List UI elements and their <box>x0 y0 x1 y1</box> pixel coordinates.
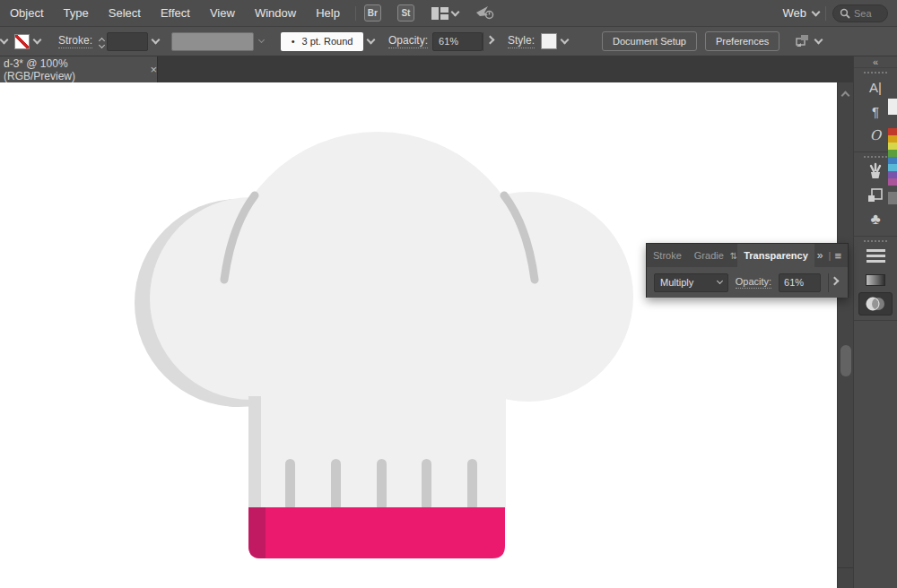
swatch-magenta[interactable] <box>888 178 897 186</box>
panel-opacity-input[interactable]: 61% <box>779 273 821 292</box>
stroke-weight-input[interactable] <box>107 32 148 51</box>
stroke-weight-label[interactable]: Stroke: <box>58 34 92 48</box>
vertical-scrollbar[interactable] <box>837 82 853 588</box>
swatch-gray[interactable] <box>888 192 897 204</box>
document-setup-button[interactable]: Document Setup <box>602 31 697 51</box>
search-placeholder: Sea <box>854 8 872 19</box>
style-chevron-icon[interactable] <box>557 32 571 51</box>
panel-header-divider: | <box>829 250 832 261</box>
brush-definition-select[interactable]: • 3 pt. Round <box>281 32 363 51</box>
stroke-weight-stepper[interactable] <box>100 36 104 48</box>
brush-chevron-icon[interactable] <box>363 32 378 51</box>
panel-opacity-label[interactable]: Opacity: <box>736 276 771 289</box>
transparency-panel-content: Multiply Opacity: 61% <box>647 267 848 298</box>
stroke-weight-chevron-icon[interactable] <box>148 32 162 51</box>
align-chevron-icon[interactable] <box>814 36 823 45</box>
document-tab[interactable]: d-3* @ 100% (RGB/Preview) × <box>0 56 158 82</box>
transparency-panel-icon <box>865 296 886 312</box>
panel-menu-icon[interactable]: ≡ <box>834 249 841 263</box>
hat-band-shadow <box>248 396 261 509</box>
gradient-panel-icon <box>866 274 885 286</box>
menu-window[interactable]: Window <box>245 0 306 26</box>
swatch-red[interactable] <box>888 128 897 135</box>
blend-mode-value: Multiply <box>660 277 693 288</box>
menu-object[interactable]: Object <box>0 0 54 26</box>
swatch-blue[interactable] <box>888 157 897 164</box>
menu-effect[interactable]: Effect <box>151 0 200 26</box>
menu-bar: Object Type Select Effect View Window He… <box>0 0 897 26</box>
tab-gradient[interactable]: Gradie <box>688 244 730 267</box>
swatch-cyan[interactable] <box>888 164 897 171</box>
hat-stitch <box>285 459 295 511</box>
opentype-icon: O <box>870 127 881 143</box>
tab-transparency[interactable]: Transparency <box>737 244 814 267</box>
arrange-documents-icon[interactable] <box>431 7 448 20</box>
swatch-green[interactable] <box>888 150 897 157</box>
chef-hat-artwork[interactable] <box>0 82 837 588</box>
search-input[interactable]: Sea <box>832 4 888 22</box>
workspace-divider <box>825 6 826 21</box>
panel-opacity-options-button[interactable] <box>828 273 840 292</box>
menu-help[interactable]: Help <box>306 0 350 26</box>
menubar-divider <box>355 6 356 21</box>
character-icon: A| <box>869 80 882 95</box>
panel-grip[interactable] <box>864 240 887 242</box>
opacity-label[interactable]: Opacity: <box>388 34 428 48</box>
menu-select[interactable]: Select <box>99 0 151 26</box>
transparency-panel: Stroke Gradie ⇅ Transparency » | ≡ Multi… <box>646 243 849 298</box>
stroke-panel-icon <box>867 249 885 263</box>
document-tab-strip: d-3* @ 100% (RGB/Preview) × <box>0 56 853 82</box>
opacity-options-button[interactable] <box>483 32 497 51</box>
share-icon[interactable] <box>475 4 494 22</box>
workspace-switcher[interactable]: Web Sea <box>783 4 897 22</box>
scrollbar-divider <box>838 567 854 568</box>
arrange-documents-chevron-icon[interactable] <box>450 7 459 16</box>
width-profile-select[interactable] <box>171 32 254 51</box>
control-bar: Stroke: • 3 pt. Round Opacity: 61% Style… <box>0 26 897 56</box>
close-tab-icon[interactable]: × <box>150 63 157 76</box>
brush-bullet: • <box>292 36 295 47</box>
hat-stitch <box>377 459 387 511</box>
align-icon[interactable] <box>794 32 812 51</box>
illustrator-window: Object Type Select Effect View Window He… <box>0 0 897 588</box>
cycle-tabs-icon[interactable]: ⇅ <box>730 251 737 261</box>
tab-stroke[interactable]: Stroke <box>647 244 688 267</box>
swatch-yellow[interactable] <box>888 143 897 150</box>
bridge-icon[interactable]: Br <box>364 4 381 22</box>
preferences-button[interactable]: Preferences <box>705 31 779 51</box>
scrollbar-thumb[interactable] <box>840 345 851 376</box>
collapse-panel-icon[interactable]: » <box>817 249 823 262</box>
width-profile-chevron-icon[interactable] <box>254 32 268 51</box>
graphic-style-swatch[interactable] <box>541 33 557 49</box>
search-icon <box>840 8 850 19</box>
blend-mode-chevron-icon <box>717 278 723 284</box>
panel-grip[interactable] <box>864 72 887 74</box>
style-label[interactable]: Style: <box>508 34 535 48</box>
workspace-label: Web <box>783 6 807 20</box>
swatch-purple[interactable] <box>888 171 897 178</box>
symbols-icon: ♣ <box>870 211 880 229</box>
opacity-input[interactable]: 61% <box>432 32 483 51</box>
hat-stitch <box>422 459 431 511</box>
swatch-orange[interactable] <box>888 135 897 143</box>
document-tab-title: d-3* @ 100% (RGB/Preview) <box>4 57 137 82</box>
paragraph-icon: ¶ <box>872 104 879 119</box>
swatch-white[interactable] <box>888 99 897 115</box>
hat-brim <box>248 507 505 558</box>
docked-swatches-sliver[interactable] <box>888 82 897 351</box>
fill-chevron-icon[interactable] <box>30 32 44 51</box>
scroll-up-icon[interactable] <box>841 91 850 100</box>
blend-mode-select[interactable]: Multiply <box>654 273 728 292</box>
collapse-dock-button[interactable]: « <box>854 56 897 68</box>
hat-brim-shadow <box>248 507 266 558</box>
fill-proxy-chevron-icon[interactable] <box>0 32 11 51</box>
transparency-panel-header: Stroke Gradie ⇅ Transparency » | ≡ <box>647 244 848 267</box>
panel-grip[interactable] <box>864 156 887 158</box>
menu-view[interactable]: View <box>200 0 245 26</box>
menu-type[interactable]: Type <box>54 0 99 26</box>
fill-none-swatch[interactable] <box>14 34 30 49</box>
brushes-icon <box>867 162 884 180</box>
workspace-chevron-icon <box>812 7 821 16</box>
stock-icon[interactable]: St <box>397 4 414 22</box>
artboard-canvas[interactable] <box>0 82 837 588</box>
